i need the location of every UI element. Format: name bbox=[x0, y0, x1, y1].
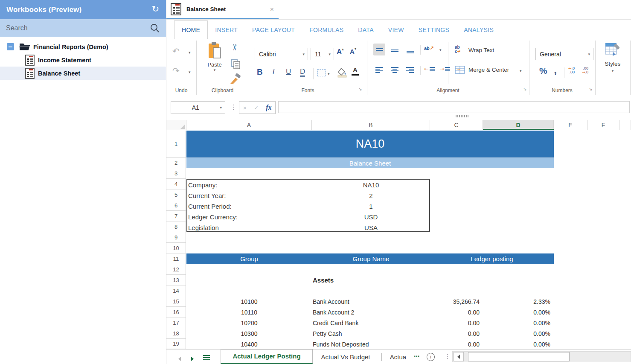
decrease-indent-icon[interactable]: ← bbox=[424, 66, 435, 72]
ribbon-tab-formulas[interactable]: FORMULAS bbox=[302, 20, 351, 39]
column-header-partial[interactable] bbox=[619, 120, 631, 130]
row-header[interactable]: 8 bbox=[166, 221, 186, 232]
sheet-tab-actual-vs-budget[interactable]: Actual Vs Budget bbox=[314, 349, 378, 364]
sheet-tab-truncated[interactable]: Actua bbox=[386, 349, 410, 364]
shrink-font-button[interactable]: A▾ bbox=[350, 48, 356, 55]
info-label[interactable]: Current Year: bbox=[188, 190, 226, 201]
formula-input[interactable] bbox=[278, 101, 630, 113]
merge-center-button[interactable]: Merge & Center bbox=[468, 67, 509, 73]
row-header[interactable]: 13 bbox=[166, 275, 186, 285]
font-color-icon[interactable]: A bbox=[352, 67, 359, 76]
column-header-c[interactable]: C bbox=[430, 120, 483, 130]
account-amount-cell[interactable]: 0.00 bbox=[430, 339, 480, 349]
italic-button[interactable]: I bbox=[272, 68, 275, 76]
align-left-button[interactable] bbox=[373, 64, 385, 76]
align-right-button[interactable] bbox=[404, 64, 416, 76]
info-value[interactable]: 2 bbox=[312, 190, 430, 201]
info-label[interactable]: Company: bbox=[188, 180, 217, 190]
tree-item-balance-sheet[interactable]: Balance Sheet bbox=[0, 67, 166, 80]
ribbon-tab-view[interactable]: VIEW bbox=[381, 20, 411, 39]
account-name-cell[interactable]: Credit Card Bank bbox=[313, 317, 358, 328]
ribbon-tab-data[interactable]: DATA bbox=[351, 20, 381, 39]
info-value[interactable]: USD bbox=[312, 212, 430, 222]
font-name-select[interactable]: Calibri▾ bbox=[255, 48, 308, 60]
row-header[interactable]: 1 bbox=[166, 131, 186, 158]
sheetbar-more-icon[interactable]: ⋮ bbox=[445, 353, 451, 360]
underline-button[interactable]: U bbox=[286, 67, 291, 76]
column-header-e[interactable]: E bbox=[554, 120, 587, 130]
row-header[interactable]: 17 bbox=[166, 317, 186, 328]
merge-center-icon[interactable]: ↔ bbox=[455, 66, 465, 74]
ribbon-tab-settings[interactable]: SETTINGS bbox=[411, 20, 457, 39]
align-middle-button[interactable] bbox=[389, 44, 401, 55]
redo-dropdown-icon[interactable]: ▾ bbox=[189, 70, 191, 74]
section-label-assets[interactable]: Assets bbox=[313, 275, 334, 285]
alignment-dialog-launcher-icon[interactable]: ↘ bbox=[523, 87, 526, 91]
table-header-group[interactable]: Group bbox=[186, 253, 312, 264]
account-percent-cell[interactable]: 2.33% bbox=[483, 296, 550, 307]
row-header[interactable]: 16 bbox=[166, 307, 186, 317]
numbers-dialog-launcher-icon[interactable]: ↘ bbox=[589, 87, 592, 91]
account-amount-cell[interactable]: 0.00 bbox=[430, 328, 480, 339]
styles-dropdown-icon[interactable]: ▾ bbox=[595, 69, 630, 73]
add-sheet-icon[interactable]: + bbox=[427, 353, 435, 361]
column-header-a[interactable]: A bbox=[186, 120, 312, 130]
account-group-cell[interactable]: 10400 bbox=[186, 339, 312, 349]
name-box[interactable]: A1▾ bbox=[171, 101, 225, 114]
orientation-dropdown-icon[interactable]: ▾ bbox=[439, 48, 442, 52]
formula-bar-resize-grip[interactable] bbox=[456, 115, 468, 117]
row-header[interactable]: 2 bbox=[166, 158, 186, 168]
account-percent-cell[interactable]: 0.00% bbox=[483, 339, 550, 349]
comma-button[interactable]: , bbox=[554, 63, 557, 76]
account-group-cell[interactable]: 10300 bbox=[186, 328, 312, 339]
decrease-decimal-button[interactable]: ←.0.00 bbox=[568, 67, 575, 74]
paste-dropdown-icon[interactable]: ▾ bbox=[202, 68, 227, 72]
column-header-b[interactable]: B bbox=[312, 120, 430, 130]
account-amount-cell[interactable]: 35,266.74 bbox=[430, 296, 480, 307]
account-name-cell[interactable]: Petty Cash bbox=[313, 328, 342, 339]
scroll-left-icon[interactable] bbox=[454, 352, 464, 361]
wrap-text-icon[interactable]: abc↵ bbox=[455, 45, 461, 54]
account-percent-cell[interactable]: 0.00% bbox=[483, 307, 550, 317]
row-header[interactable]: 6 bbox=[166, 200, 186, 211]
account-amount-cell[interactable]: 0.00 bbox=[430, 307, 480, 317]
scrollbar-thumb[interactable] bbox=[468, 352, 570, 361]
align-top-button[interactable] bbox=[373, 44, 385, 55]
account-amount-cell[interactable]: 0.00 bbox=[430, 317, 480, 328]
increase-decimal-button[interactable]: .00→.0 bbox=[582, 67, 588, 74]
next-sheet-icon[interactable] bbox=[191, 355, 194, 363]
format-painter-icon[interactable] bbox=[230, 73, 241, 84]
row-header[interactable]: 11 bbox=[166, 253, 186, 264]
borders-dropdown-icon[interactable]: ▾ bbox=[328, 72, 330, 76]
info-label[interactable]: Ledger Currency: bbox=[188, 212, 238, 222]
account-group-cell[interactable]: 10200 bbox=[186, 317, 312, 328]
ribbon-tab-page-layout[interactable]: PAGE LAYOUT bbox=[245, 20, 302, 39]
account-name-cell[interactable]: Funds Not Deposited bbox=[313, 339, 369, 349]
paste-button[interactable]: Paste ▾ bbox=[202, 42, 227, 72]
info-value[interactable]: NA10 bbox=[312, 180, 430, 190]
row-header[interactable]: 5 bbox=[166, 189, 186, 200]
number-format-select[interactable]: General▾ bbox=[535, 48, 593, 60]
sheet-overflow-indicator[interactable]: ... bbox=[414, 351, 419, 358]
prev-sheet-icon[interactable] bbox=[178, 355, 181, 363]
title-banner-cell[interactable]: NA10 bbox=[186, 131, 554, 158]
row-header[interactable]: 19 bbox=[166, 339, 186, 349]
row-header[interactable]: 9 bbox=[166, 232, 186, 243]
copy-icon[interactable] bbox=[231, 59, 241, 69]
search-icon[interactable] bbox=[150, 23, 160, 33]
percent-button[interactable]: % bbox=[539, 66, 547, 76]
redo-icon[interactable]: ↷ bbox=[172, 66, 180, 76]
ribbon-tab-analysis[interactable]: ANALYSIS bbox=[457, 20, 501, 39]
account-group-cell[interactable]: 10110 bbox=[186, 307, 312, 317]
row-header[interactable]: 18 bbox=[166, 328, 186, 339]
table-header-group-name[interactable]: Group Name bbox=[312, 253, 430, 264]
table-header-ledger-posting[interactable]: Ledger posting bbox=[430, 253, 554, 264]
close-icon[interactable]: × bbox=[270, 6, 274, 13]
account-name-cell[interactable]: Bank Account 2 bbox=[313, 307, 354, 317]
undo-icon[interactable]: ↶ bbox=[172, 46, 180, 56]
wrap-text-button[interactable]: Wrap Text bbox=[468, 47, 494, 53]
fonts-dialog-launcher-icon[interactable]: ↘ bbox=[358, 87, 362, 91]
horizontal-scrollbar[interactable] bbox=[452, 351, 631, 362]
font-size-select[interactable]: 11▾ bbox=[311, 48, 334, 60]
styles-button[interactable]: Styles ▾ bbox=[595, 42, 630, 73]
